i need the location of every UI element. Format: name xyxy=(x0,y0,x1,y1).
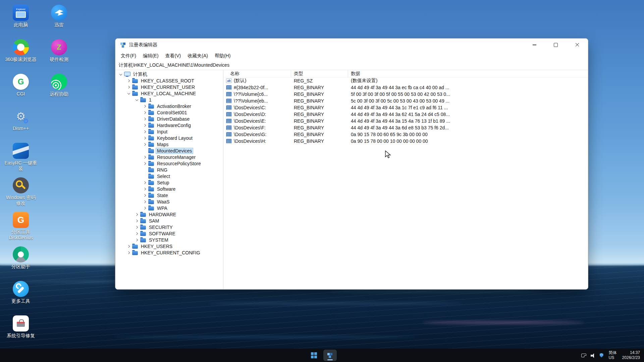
chevron-right-icon[interactable] xyxy=(142,123,148,128)
registry-value-row[interactable]: ab(默认)REG_SZ(数值未设置) xyxy=(223,77,588,84)
partition-assistant-icon xyxy=(13,246,29,262)
registry-value-row[interactable]: \DosDevices\D:REG_BINARY44 4d 49 4f 3a 4… xyxy=(223,111,588,118)
chevron-right-icon[interactable] xyxy=(134,212,140,217)
tree-item-SYSTEM[interactable]: SYSTEM xyxy=(115,237,223,243)
tree-item-WaaS[interactable]: WaaS xyxy=(115,198,223,205)
tree-item-HKEY_CURRENT_CONFIG[interactable]: HKEY_CURRENT_CONFIG xyxy=(115,249,223,256)
tree-item-计算机[interactable]: 计算机 xyxy=(115,71,223,77)
tree-item-ResourceManager[interactable]: ResourceManager xyxy=(115,154,223,160)
title-bar[interactable]: 注册表编辑器 xyxy=(115,39,588,51)
chevron-right-icon[interactable] xyxy=(142,161,148,166)
column-header-1[interactable]: 类型 xyxy=(291,70,348,77)
tree-item-SAM[interactable]: SAM xyxy=(115,218,223,224)
desktop-icon-more-tools[interactable]: 更多工具 xyxy=(3,279,38,313)
chevron-right-icon[interactable] xyxy=(126,78,131,83)
tree-item-Keyboard Layout[interactable]: Keyboard Layout xyxy=(115,135,223,141)
tree-item-HARDWARE[interactable]: HARDWARE xyxy=(115,211,223,218)
menu-item-2[interactable]: 查看(V) xyxy=(162,52,184,60)
tree-item-HardwareConfig[interactable]: HardwareConfig xyxy=(115,122,223,128)
tree-item-Software[interactable]: Software xyxy=(115,186,223,192)
registry-value-row[interactable]: \DosDevices\F:REG_BINARY44 4d 49 4f 3a 4… xyxy=(223,124,588,131)
chevron-right-icon[interactable] xyxy=(134,237,140,243)
chevron-down-icon[interactable] xyxy=(126,91,131,96)
chevron-right-icon[interactable] xyxy=(142,155,148,160)
tree-item-ControlSet001[interactable]: ControlSet001 xyxy=(115,109,223,116)
start-button[interactable] xyxy=(307,350,321,361)
tray-display-icon[interactable] xyxy=(581,354,586,357)
chevron-right-icon[interactable] xyxy=(134,225,140,230)
tree-item-State[interactable]: State xyxy=(115,192,223,198)
registry-value-row[interactable]: \??\Volume{c6...REG_BINARY5f 00 3f 00 3f… xyxy=(223,91,588,98)
desktop-icon-partition-assistant[interactable]: 分区助手 xyxy=(3,244,38,279)
chevron-right-icon[interactable] xyxy=(142,104,148,109)
chevron-right-icon[interactable] xyxy=(142,199,148,204)
address-bar[interactable]: 计算机\HKEY_LOCAL_MACHINE\1\MountedDevices xyxy=(115,61,588,70)
registry-value-row[interactable]: \DosDevices\H:REG_BINARY0a 90 15 78 00 0… xyxy=(223,138,588,144)
desktop-icon-remote-assist[interactable]: 远程协助 xyxy=(42,72,76,106)
desktop-icon-hardware-check[interactable]: Z硬件检测 xyxy=(42,37,76,72)
desktop-icon-win-password[interactable]: Windows 密码修改 xyxy=(3,175,38,210)
taskbar-app-regedit[interactable] xyxy=(323,350,337,361)
chevron-right-icon[interactable] xyxy=(142,135,148,141)
binary-value-icon xyxy=(226,132,232,137)
chevron-right-icon[interactable] xyxy=(142,205,148,211)
tree-item-HKEY_CURRENT_USER[interactable]: HKEY_CURRENT_USER xyxy=(115,84,223,90)
value-name-cell: \DosDevices\F: xyxy=(223,125,291,130)
registry-value-row[interactable]: \??\Volume{eb...REG_BINARY5c 00 3f 00 3f… xyxy=(223,98,588,104)
tree-item-SECURITY[interactable]: SECURITY xyxy=(115,224,223,230)
chevron-right-icon[interactable] xyxy=(142,129,148,134)
menu-item-0[interactable]: 文件(F) xyxy=(117,52,140,60)
tree-item-ActivationBroker[interactable]: ActivationBroker xyxy=(115,103,223,109)
chevron-right-icon[interactable] xyxy=(142,180,148,185)
desktop-icon-boot-repair[interactable]: 系统引导修复 xyxy=(3,313,38,348)
chevron-down-icon[interactable] xyxy=(134,97,140,103)
chevron-right-icon[interactable] xyxy=(142,116,148,122)
chevron-right-icon[interactable] xyxy=(134,231,140,236)
column-header-2[interactable]: 数据 xyxy=(348,70,588,77)
tree-item-SOFTWARE[interactable]: SOFTWARE xyxy=(115,230,223,237)
chevron-right-icon[interactable] xyxy=(142,110,148,115)
tree-item-HKEY_USERS[interactable]: HKEY_USERS xyxy=(115,243,223,249)
tray-volume-icon[interactable] xyxy=(591,353,595,358)
tree-item-ResourcePolicyStore[interactable]: ResourcePolicyStore xyxy=(115,160,223,167)
desktop-icon-diskgenius[interactable]: G分区工具DiskGenius xyxy=(3,210,38,244)
tree-item-HKEY_CLASSES_ROOT[interactable]: HKEY_CLASSES_ROOT xyxy=(115,77,223,84)
minimize-button[interactable] xyxy=(524,39,545,51)
chevron-right-icon[interactable] xyxy=(126,244,131,249)
value-name-cell: \DosDevices\G: xyxy=(223,132,291,137)
desktop-icon-dism[interactable]: ⚙⚙Dism++ xyxy=(3,106,38,141)
column-header-0[interactable]: 名称 xyxy=(223,70,291,77)
close-button[interactable] xyxy=(567,39,588,51)
registry-value-row[interactable]: \DosDevices\C:REG_BINARY44 4d 49 4f 3a 4… xyxy=(223,104,588,111)
desktop-icon-this-pc[interactable]: Explorer此电脑 xyxy=(3,3,38,37)
tree-item-HKEY_LOCAL_MACHINE[interactable]: HKEY_LOCAL_MACHINE xyxy=(115,90,223,97)
tree-item-WPA[interactable]: WPA xyxy=(115,205,223,211)
binary-value-icon xyxy=(226,92,232,97)
chevron-right-icon[interactable] xyxy=(134,218,140,224)
tree-item-DriverDatabase[interactable]: DriverDatabase xyxy=(115,116,223,122)
chevron-right-icon[interactable] xyxy=(142,193,148,198)
registry-value-row[interactable]: \DosDevices\E:REG_BINARY44 4d 49 4f 3a 4… xyxy=(223,118,588,124)
tree-item-1[interactable]: 1 xyxy=(115,97,223,103)
menu-item-1[interactable]: 编辑(E) xyxy=(140,52,162,60)
desktop-icon-360-browser[interactable]: 360极速浏览器 xyxy=(3,37,38,72)
tree-item-Input[interactable]: Input xyxy=(115,128,223,135)
maximize-button[interactable] xyxy=(545,39,567,51)
menu-item-4[interactable]: 帮助(H) xyxy=(211,52,234,60)
registry-value-row[interactable]: #{394e2b22-0f...REG_BINARY44 4d 49 4f 3a… xyxy=(223,84,588,91)
chevron-right-icon[interactable] xyxy=(142,186,148,192)
desktop-icon-thunder[interactable]: 迅雷 xyxy=(42,3,76,37)
chevron-right-icon[interactable] xyxy=(126,84,131,90)
tree-item-MountedDevices[interactable]: MountedDevices xyxy=(115,147,223,154)
desktop-icon-cgi[interactable]: GCGI xyxy=(3,72,38,106)
menu-item-3[interactable]: 收藏夹(A) xyxy=(184,52,211,60)
chevron-right-icon[interactable] xyxy=(142,142,148,147)
tree-item-Maps[interactable]: Maps xyxy=(115,141,223,147)
chevron-down-icon[interactable] xyxy=(118,72,123,77)
chevron-right-icon[interactable] xyxy=(126,250,131,255)
tree-item-Setup[interactable]: Setup xyxy=(115,179,223,186)
tree-item-Select[interactable]: Select xyxy=(115,173,223,179)
desktop-icon-easyrc[interactable]: EasyRC 一键重装 xyxy=(3,141,38,175)
registry-value-row[interactable]: \DosDevices\G:REG_BINARY0a 90 15 78 00 6… xyxy=(223,131,588,138)
tree-item-RNG[interactable]: RNG xyxy=(115,167,223,173)
